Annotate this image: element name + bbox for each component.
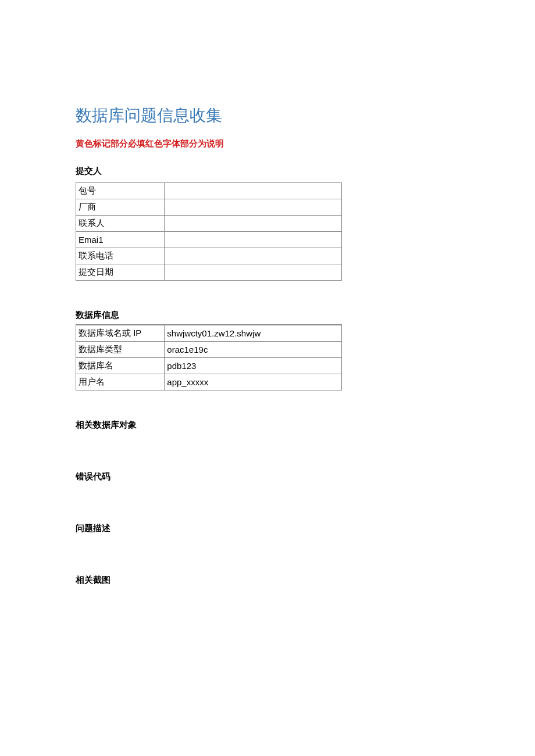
submitter-value-package xyxy=(165,183,342,199)
table-row: 用户名 app_xxxxx xyxy=(76,374,342,390)
dbinfo-value-user: app_xxxxx xyxy=(165,374,342,390)
dbinfo-label-domain: 数据库域名或 IP xyxy=(76,325,165,342)
submitter-heading: 提交人 xyxy=(76,166,459,177)
submitter-label-email: Emai1 xyxy=(76,232,165,248)
dbinfo-label-type: 数据库类型 xyxy=(76,342,165,358)
submitter-label-vendor: 厂商 xyxy=(76,199,165,216)
submitter-value-contact xyxy=(165,216,342,232)
related-objects-heading: 相关数据库对象 xyxy=(76,420,459,431)
submitter-label-phone: 联系电话 xyxy=(76,248,165,264)
table-row: 数据库名 pdb123 xyxy=(76,358,342,374)
table-row: 数据库类型 orac1e19c xyxy=(76,342,342,358)
table-row: 包号 xyxy=(76,183,342,199)
submitter-label-contact: 联系人 xyxy=(76,216,165,232)
table-row: 提交日期 xyxy=(76,264,342,281)
table-row: 厂商 xyxy=(76,199,342,216)
page-title: 数据库问题信息收集 xyxy=(76,105,459,127)
dbinfo-value-name: pdb123 xyxy=(165,358,342,374)
dbinfo-label-user: 用户名 xyxy=(76,374,165,390)
submitter-value-email xyxy=(165,232,342,248)
submitter-value-vendor xyxy=(165,199,342,216)
table-row: Emai1 xyxy=(76,232,342,248)
submitter-table: 包号 厂商 联系人 Emai1 联系电话 提交日期 xyxy=(76,182,342,281)
table-row: 联系人 xyxy=(76,216,342,232)
dbinfo-value-type: orac1e19c xyxy=(165,342,342,358)
dbinfo-label-name: 数据库名 xyxy=(76,358,165,374)
dbinfo-heading: 数据库信息 xyxy=(76,310,342,325)
table-row: 联系电话 xyxy=(76,248,342,264)
dbinfo-table: 数据库域名或 IP shwjwcty01.zw12.shwjw 数据库类型 or… xyxy=(76,325,342,390)
error-code-heading: 错误代码 xyxy=(76,471,459,482)
submitter-value-date xyxy=(165,264,342,281)
screenshot-heading: 相关截图 xyxy=(76,575,459,586)
problem-desc-heading: 问题描述 xyxy=(76,523,459,534)
submitter-value-phone xyxy=(165,248,342,264)
table-row: 数据库域名或 IP shwjwcty01.zw12.shwjw xyxy=(76,325,342,342)
submitter-label-package: 包号 xyxy=(76,183,165,199)
subtitle-note: 黄色标记部分必填红色字体部分为说明 xyxy=(76,138,459,149)
submitter-label-date: 提交日期 xyxy=(76,264,165,281)
dbinfo-value-domain: shwjwcty01.zw12.shwjw xyxy=(165,325,342,342)
